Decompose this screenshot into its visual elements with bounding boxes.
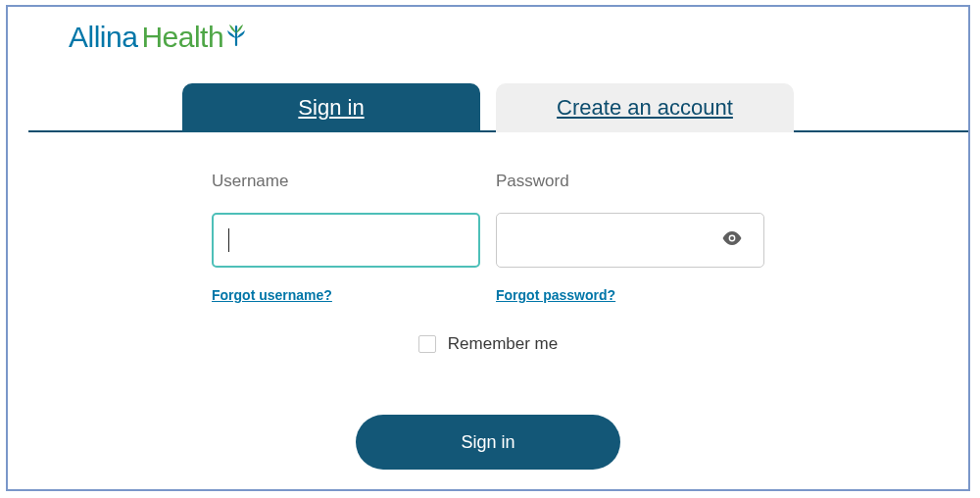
show-password-icon[interactable]: [721, 230, 743, 250]
logo-text-health: Health: [141, 21, 223, 54]
logo-leaf-icon: [225, 21, 247, 54]
tab-create-account-label: Create an account: [557, 95, 733, 121]
remember-me-checkbox[interactable]: [418, 335, 436, 353]
logo-text-allina: Allina: [69, 21, 137, 54]
password-label: Password: [496, 172, 764, 191]
tab-signin[interactable]: Sign in: [182, 83, 480, 132]
forgot-password-link[interactable]: Forgot password?: [496, 287, 615, 303]
signin-button-label: Sign in: [461, 432, 514, 452]
remember-me-label: Remember me: [448, 334, 558, 354]
username-label: Username: [212, 172, 480, 191]
forgot-username-link[interactable]: Forgot username?: [212, 287, 332, 303]
username-input[interactable]: [212, 213, 480, 268]
tab-create-account[interactable]: Create an account: [496, 83, 794, 132]
signin-button[interactable]: Sign in: [356, 415, 620, 470]
svg-point-1: [730, 236, 734, 240]
brand-logo: Allina Health: [69, 21, 968, 54]
tab-signin-label: Sign in: [298, 95, 364, 121]
text-cursor: [228, 228, 229, 252]
